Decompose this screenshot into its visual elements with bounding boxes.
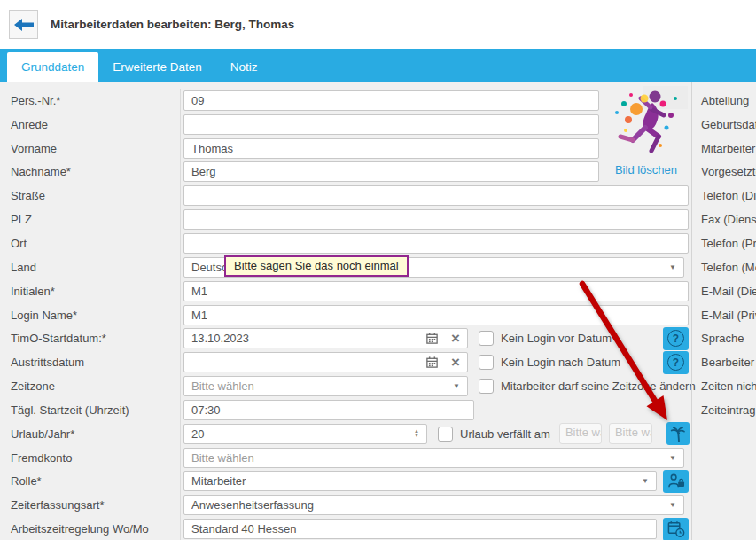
nachname-input[interactable] [183, 161, 599, 182]
urlaub-input[interactable] [191, 427, 409, 441]
back-arrow-icon [14, 19, 34, 31]
field-cell [181, 303, 756, 327]
zeiterfassungsart-select-value: Anwesenheitserfassung [191, 498, 664, 512]
header: Mitarbeiterdaten bearbeiten: Berg, Thoma… [0, 0, 756, 49]
number-stepper[interactable]: ▲▼ [414, 429, 419, 438]
zeitzone-select[interactable]: Bitte wählen ▼ [183, 376, 468, 396]
help-button[interactable]: ? [663, 351, 689, 374]
persnr-label: Pers.-Nr.* [0, 89, 181, 113]
vorname-input[interactable] [183, 138, 599, 159]
employee-photo-block: Bild löschen [604, 86, 688, 176]
right-label-telefon-mobil: Telefon (Mo [701, 255, 756, 279]
stepper-down-icon[interactable]: ▼ [414, 434, 419, 438]
zeiterfassungsart-select[interactable]: Anwesenheitserfassung ▼ [183, 495, 684, 515]
form-row: Urlaub/Jahr* ▲▼ Urlaub verfällt am Bitte… [0, 422, 756, 446]
kein-login-nach-datum-checkbox[interactable] [479, 355, 494, 370]
kein-login-vor-datum-checkbox[interactable] [479, 331, 494, 346]
plz-input[interactable] [183, 209, 689, 230]
anrede-input[interactable] [183, 114, 599, 135]
form-area: Pers.-Nr.* Anrede Vorname Nachname* St [0, 82, 756, 540]
calendar-clock-icon [667, 520, 685, 538]
zeitzone-label: Zeitzone [0, 374, 181, 398]
loginname-label: Login Name* [0, 303, 181, 327]
form-row: Zeitzone Bitte wählen ▼ Mitarbeiter darf… [0, 374, 756, 398]
persnr-input[interactable] [183, 90, 599, 111]
rolle-select[interactable]: Mitarbeiter ▼ [183, 471, 657, 491]
ort-input[interactable] [183, 233, 689, 254]
urlaub-field[interactable]: ▲▼ [183, 424, 427, 444]
chevron-down-icon: ▼ [669, 454, 676, 462]
startdatum-field[interactable]: × [183, 328, 468, 348]
schedule-button[interactable] [663, 518, 689, 540]
chevron-down-icon: ▼ [669, 263, 676, 271]
arbeitszeitregelung-label: Arbeitszeitregelung Wo/Mo [0, 517, 181, 540]
fremdkonto-label: Fremdkonto [0, 446, 181, 470]
anrede-label: Anrede [0, 113, 181, 137]
question-icon: ? [667, 354, 684, 371]
right-label-fax-dienstlich: Fax (Dienstl [701, 207, 756, 231]
urlaub-verfaellt-checkbox[interactable] [438, 427, 453, 442]
employee-photo [604, 86, 688, 161]
land-label: Land [0, 255, 181, 279]
field-cell [181, 398, 756, 422]
kein-login-vor-datum-option: Kein Login vor Datum [479, 331, 612, 346]
urlaub-verfaellt-option: Urlaub verfällt am [438, 427, 550, 442]
rolle-select-value: Mitarbeiter [191, 474, 636, 488]
strasse-label: Straße [0, 184, 181, 207]
verfall-tag-select[interactable]: Bitte wä [559, 423, 602, 444]
loginname-input[interactable] [183, 305, 689, 325]
form-row: Ort [0, 231, 756, 255]
clear-date-icon[interactable]: × [451, 331, 460, 346]
role-permissions-button[interactable] [663, 470, 689, 493]
clear-date-icon[interactable]: × [451, 355, 460, 370]
app-window: Mitarbeiterdaten bearbeiten: Berg, Thoma… [0, 0, 756, 540]
help-button[interactable]: ? [663, 327, 689, 350]
form-row: Login Name* [0, 303, 756, 327]
zeitzone-select-value: Bitte wählen [191, 380, 448, 393]
zeitzone-aendern-checkbox[interactable] [479, 379, 494, 394]
strasse-input[interactable] [183, 185, 689, 206]
form-row: Rolle* Mitarbeiter ▼ [0, 470, 756, 494]
vacation-button[interactable] [666, 422, 690, 445]
austrittsdatum-input[interactable] [191, 356, 417, 369]
austrittsdatum-field[interactable]: × [183, 352, 468, 372]
initialen-input[interactable] [183, 281, 689, 301]
chevron-down-icon: ▼ [642, 477, 649, 485]
tab-notiz[interactable]: Notiz [216, 52, 272, 82]
checkbox-label: Kein Login vor Datum [501, 332, 612, 345]
form-row: Fremdkonto Bitte wählen ▼ [0, 446, 756, 470]
fremdkonto-select[interactable]: Bitte wählen ▼ [183, 448, 684, 468]
right-label-telefon-dienstlich: Telefon (Die [701, 184, 756, 207]
back-button[interactable] [9, 10, 38, 39]
right-label-zeiteintrag: Zeiteintrag [701, 398, 756, 422]
question-icon: ? [667, 330, 684, 347]
right-label-sprache: Sprache [701, 326, 756, 350]
urlaub-label: Urlaub/Jahr* [0, 422, 181, 446]
startdatum-input[interactable] [191, 332, 417, 345]
right-label-vorgesetzter: Vorgesetzte [701, 160, 756, 184]
form-row: Initialen* [0, 279, 756, 303]
delete-photo-link[interactable]: Bild löschen [604, 163, 688, 176]
calendar-icon[interactable] [425, 356, 439, 369]
verfall-monat-select[interactable]: Bitte wä [609, 423, 652, 444]
page-title: Mitarbeiterdaten bearbeiten: Berg, Thoma… [51, 0, 294, 49]
speech-tooltip: Bitte sagen Sie das noch einmal [224, 255, 409, 277]
startzeit-input[interactable] [183, 400, 474, 420]
field-cell: Mitarbeiter ▼ [181, 470, 756, 494]
ort-label: Ort [0, 231, 181, 255]
tab-grunddaten[interactable]: Grunddaten [7, 52, 98, 82]
field-cell [181, 207, 756, 231]
startzeit-label: Tägl. Startzeit (Uhrzeit) [0, 398, 181, 422]
right-label-telefon-privat: Telefon (Pri [701, 231, 756, 255]
checkbox-label: Kein Login nach Datum [501, 356, 620, 369]
austrittsdatum-label: Austrittsdatum [0, 350, 181, 374]
tab-erweiterte-daten[interactable]: Erweiterte Daten [98, 52, 216, 82]
arbeitszeitregelung-input[interactable] [183, 519, 657, 539]
zeiterfassungsart-label: Zeiterfassungsart* [0, 493, 181, 517]
field-cell [181, 517, 756, 540]
field-cell: Anwesenheitserfassung ▼ [181, 493, 756, 517]
initialen-label: Initialen* [0, 279, 181, 303]
calendar-icon[interactable] [425, 332, 439, 345]
fremdkonto-select-value: Bitte wählen [191, 451, 664, 465]
chevron-down-icon: ▼ [669, 501, 676, 509]
